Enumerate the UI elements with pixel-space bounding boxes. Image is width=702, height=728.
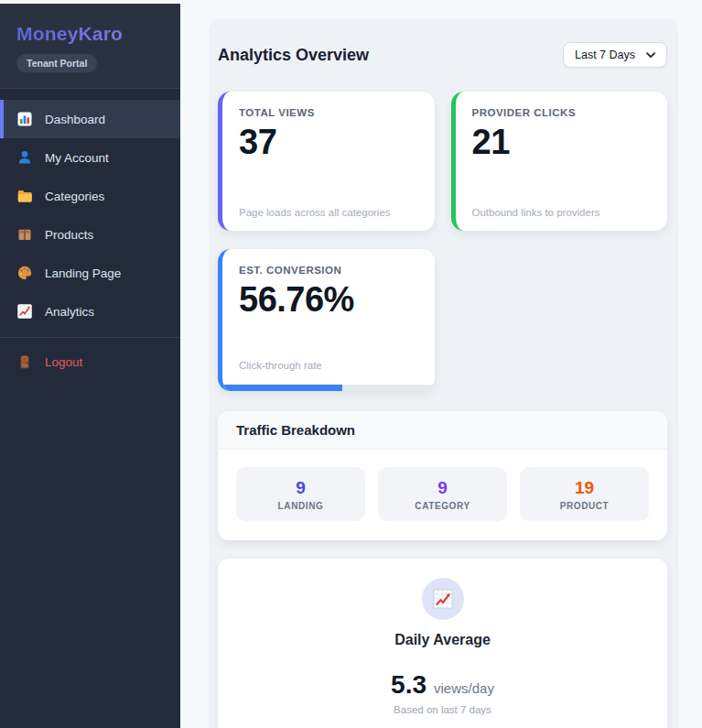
- sidebar-item-logout[interactable]: Logout: [0, 342, 180, 381]
- traffic-breakdown-title: Traffic Breakdown: [236, 422, 649, 438]
- date-range-value: Last 7 Days: [575, 49, 635, 61]
- stats-grid: TOTAL VIEWS 37 Page loads across all cat…: [218, 92, 667, 391]
- traffic-stat-label: CATEGORY: [385, 501, 500, 511]
- palette-icon: [16, 265, 33, 281]
- chart-increasing-circle-icon: [422, 578, 464, 620]
- sidebar-item-label: Landing Page: [45, 266, 121, 280]
- daily-average-title: Daily Average: [236, 632, 649, 648]
- traffic-stat-product: 19 PRODUCT: [520, 467, 649, 521]
- conversion-progress-fill: [222, 385, 342, 391]
- panel-header: Analytics Overview Last 7 Days: [218, 42, 667, 68]
- daily-average-value: 5.3: [391, 670, 427, 700]
- daily-average-value-row: 5.3 views/day: [236, 670, 649, 700]
- stat-description: Click-through rate: [239, 360, 418, 371]
- page-title: Analytics Overview: [218, 46, 369, 65]
- tenant-portal-badge: Tenant Portal: [16, 54, 97, 72]
- sidebar-item-categories[interactable]: Categories: [0, 177, 180, 215]
- daily-average-note: Based on last 7 days: [236, 704, 649, 715]
- traffic-breakdown-header: Traffic Breakdown: [218, 411, 667, 450]
- conversion-progress-track: [222, 385, 435, 391]
- stat-value: 37: [239, 123, 418, 162]
- main-content: Analytics Overview Last 7 Days TOTAL VIE…: [180, 0, 702, 728]
- traffic-stat-category: 9 CATEGORY: [378, 467, 507, 521]
- sidebar-item-label: Logout: [45, 355, 82, 369]
- analytics-panel: Analytics Overview Last 7 Days TOTAL VIE…: [209, 19, 678, 728]
- traffic-stat-label: LANDING: [243, 501, 358, 511]
- stat-card-est-conversion: EST. CONVERSION 56.76% Click-through rat…: [218, 249, 435, 391]
- sidebar-item-dashboard[interactable]: Dashboard: [0, 100, 180, 138]
- stat-description: Page loads across all categories: [239, 207, 418, 218]
- chart-increasing-icon: [16, 303, 33, 320]
- sidebar-item-products[interactable]: Products: [0, 215, 180, 254]
- stat-description: Outbound links to providers: [472, 207, 652, 218]
- traffic-stat-landing: 9 LANDING: [236, 467, 365, 521]
- traffic-stat-value: 19: [527, 478, 642, 498]
- sidebar: MoneyKaro Tenant Portal Dashboard My Acc…: [0, 4, 180, 728]
- stat-value: 56.76%: [239, 280, 418, 320]
- stat-label: EST. CONVERSION: [239, 265, 418, 276]
- traffic-breakdown-body: 9 LANDING 9 CATEGORY 19 PRODUCT: [218, 450, 667, 540]
- folder-icon: [16, 188, 33, 204]
- sidebar-item-my-account[interactable]: My Account: [0, 138, 180, 177]
- package-icon: [16, 226, 33, 243]
- door-icon: [16, 353, 33, 370]
- daily-average-unit: views/day: [434, 680, 494, 696]
- stat-value: 21: [472, 123, 652, 162]
- traffic-stat-value: 9: [385, 478, 500, 498]
- daily-average-card: Daily Average 5.3 views/day Based on las…: [218, 559, 667, 728]
- traffic-stat-value: 9: [243, 478, 358, 498]
- traffic-stat-label: PRODUCT: [527, 501, 642, 511]
- traffic-breakdown-card: Traffic Breakdown 9 LANDING 9 CATEGORY 1…: [218, 411, 667, 540]
- sidebar-item-label: My Account: [45, 151, 109, 165]
- sidebar-item-label: Categories: [45, 190, 104, 203]
- sidebar-item-landing-page[interactable]: Landing Page: [0, 254, 180, 292]
- sidebar-item-label: Analytics: [45, 305, 94, 319]
- nav-divider: [0, 337, 180, 338]
- person-icon: [16, 149, 33, 166]
- sidebar-item-label: Products: [45, 228, 93, 242]
- sidebar-item-analytics[interactable]: Analytics: [0, 292, 180, 331]
- brand-title: MoneyKaro: [16, 23, 164, 45]
- sidebar-item-label: Dashboard: [45, 113, 105, 126]
- stat-label: TOTAL VIEWS: [239, 107, 418, 118]
- chevron-down-icon: [646, 52, 655, 59]
- sidebar-header: MoneyKaro Tenant Portal: [0, 4, 180, 89]
- stat-card-provider-clicks: PROVIDER CLICKS 21 Outbound links to pro…: [451, 92, 668, 231]
- date-range-select[interactable]: Last 7 Days: [563, 42, 667, 68]
- stat-card-total-views: TOTAL VIEWS 37 Page loads across all cat…: [218, 92, 435, 231]
- bar-chart-icon: [16, 111, 33, 127]
- stat-label: PROVIDER CLICKS: [472, 107, 652, 118]
- sidebar-nav: Dashboard My Account Categories Products: [0, 89, 180, 381]
